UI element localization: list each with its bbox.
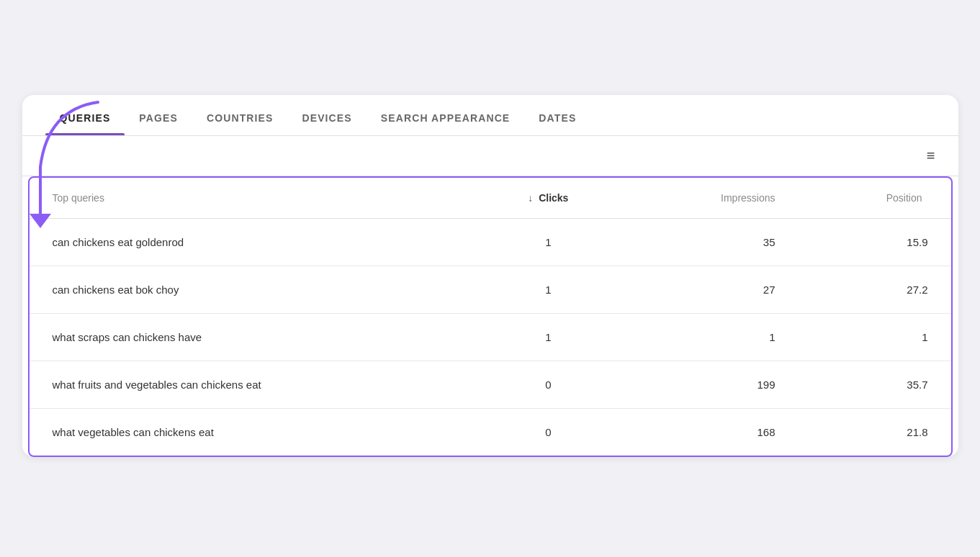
td-query: can chickens eat goldenrod [30, 218, 473, 266]
td-position: 35.7 [799, 361, 951, 408]
th-impressions[interactable]: Impressions [624, 178, 799, 219]
filter-icon[interactable]: ≡ [927, 148, 935, 164]
tab-countries[interactable]: COUNTRIES [192, 95, 288, 135]
td-position: 15.9 [799, 218, 951, 266]
table-header-row: Top queries ↓ Clicks Impressions Positio… [30, 178, 951, 219]
td-query: what scraps can chickens have [30, 313, 473, 361]
th-clicks[interactable]: ↓ Clicks [473, 178, 624, 219]
td-impressions: 27 [624, 266, 799, 313]
table-row: what fruits and vegetables can chickens … [30, 361, 951, 408]
td-impressions: 168 [624, 408, 799, 456]
tabs-nav: QUERIES PAGES COUNTRIES DEVICES SEARCH A… [22, 95, 958, 136]
tab-queries[interactable]: QUERIES [45, 95, 125, 135]
table-row: can chickens eat goldenrod13515.9 [30, 218, 951, 266]
sort-down-icon: ↓ [528, 192, 533, 204]
tab-dates[interactable]: DATES [524, 95, 590, 135]
td-query: can chickens eat bok choy [30, 266, 473, 313]
th-impressions-label: Impressions [721, 192, 775, 204]
td-clicks: 1 [473, 313, 624, 361]
th-clicks-label: Clicks [539, 192, 568, 204]
main-card: QUERIES PAGES COUNTRIES DEVICES SEARCH A… [22, 95, 958, 457]
th-query-label: Top queries [53, 192, 104, 204]
td-query: what fruits and vegetables can chickens … [30, 361, 473, 408]
filter-row: ≡ [22, 136, 958, 176]
th-position[interactable]: Position [799, 178, 951, 219]
td-query: what vegetables can chickens eat [30, 408, 473, 456]
queries-table: Top queries ↓ Clicks Impressions Positio… [30, 178, 951, 456]
tab-search-appearance[interactable]: SEARCH APPEARANCE [367, 95, 525, 135]
td-position: 1 [799, 313, 951, 361]
td-position: 27.2 [799, 266, 951, 313]
table-row: can chickens eat bok choy12727.2 [30, 266, 951, 313]
td-impressions: 35 [624, 218, 799, 266]
td-impressions: 1 [624, 313, 799, 361]
td-clicks: 0 [473, 361, 624, 408]
td-position: 21.8 [799, 408, 951, 456]
th-query: Top queries [30, 178, 473, 219]
th-position-label: Position [886, 192, 922, 204]
data-table-container: Top queries ↓ Clicks Impressions Positio… [28, 176, 953, 457]
td-clicks: 0 [473, 408, 624, 456]
tab-pages[interactable]: PAGES [125, 95, 192, 135]
tab-devices[interactable]: DEVICES [287, 95, 366, 135]
td-impressions: 199 [624, 361, 799, 408]
table-row: what scraps can chickens have111 [30, 313, 951, 361]
table-row: what vegetables can chickens eat016821.8 [30, 408, 951, 456]
td-clicks: 1 [473, 266, 624, 313]
td-clicks: 1 [473, 218, 624, 266]
